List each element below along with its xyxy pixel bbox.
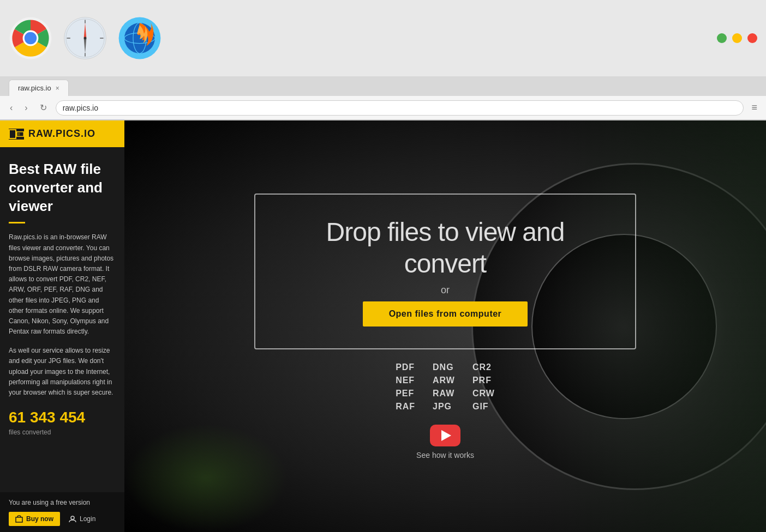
yellow-divider: [9, 222, 25, 223]
format-prf: PRF: [472, 376, 495, 385]
svg-point-21: [71, 516, 74, 519]
logo-text: RAW.PICS.IO: [28, 128, 95, 140]
drop-or: or: [288, 285, 602, 296]
safari-icon: [63, 16, 107, 60]
hero-section[interactable]: Drop files to view and convert or Open f…: [124, 120, 766, 532]
see-how-label: See how it works: [416, 451, 474, 460]
nav-refresh-button[interactable]: ↻: [37, 101, 50, 114]
youtube-button[interactable]: [430, 425, 460, 446]
formats-grid: PDF DNG CR2 NEF ARW PRF PEF RAW CRW RAF …: [396, 362, 495, 412]
sidebar-logo: RAW.PICS.IO: [0, 120, 124, 147]
browser-logos: [9, 16, 161, 60]
format-arw: ARW: [433, 376, 455, 385]
footer-buttons: Buy now Login: [9, 512, 116, 526]
sidebar: RAW.PICS.IO Best RAW file converter and …: [0, 120, 124, 532]
format-raf: RAF: [396, 402, 415, 412]
hero-center: Drop files to view and convert or Open f…: [254, 194, 636, 460]
sidebar-content: Best RAW file converter and viewer Raw.p…: [0, 147, 124, 492]
chrome-icon: [9, 16, 52, 60]
free-version-text: You are using a free version: [9, 499, 116, 506]
tab-label: raw.pics.io: [18, 84, 51, 92]
login-button[interactable]: Login: [69, 515, 95, 523]
format-pdf: PDF: [396, 362, 415, 372]
tab-close-btn[interactable]: ×: [56, 84, 59, 92]
format-nef: NEF: [396, 376, 415, 385]
svg-rect-19: [18, 132, 20, 135]
main-content: RAW.PICS.IO Best RAW file converter and …: [0, 120, 766, 532]
youtube-play-icon: [441, 430, 451, 441]
firefox-icon: [118, 16, 161, 60]
svg-point-12: [84, 37, 87, 40]
browser-top-bar: [0, 0, 766, 76]
traffic-lights: [717, 33, 757, 43]
traffic-light-green[interactable]: [717, 33, 727, 43]
browser-chrome: raw.pics.io × ‹ › ↻ ≡: [0, 0, 766, 120]
traffic-light-yellow[interactable]: [732, 33, 742, 43]
drop-zone[interactable]: Drop files to view and convert or Open f…: [254, 194, 636, 349]
format-dng: DNG: [433, 362, 455, 372]
drop-title: Drop files to view and convert: [288, 216, 602, 279]
files-label: files converted: [9, 428, 116, 436]
format-crw: CRW: [472, 389, 495, 398]
nav-forward-button[interactable]: ›: [21, 102, 31, 114]
traffic-light-red[interactable]: [747, 33, 757, 43]
tab-bar: raw.pics.io ×: [0, 76, 766, 96]
files-count: 61 343 454: [9, 409, 116, 426]
sidebar-description-2: As well our service allows to resize and…: [9, 346, 116, 398]
hero-title: Best RAW file converter and viewer: [9, 160, 116, 215]
format-pef: PEF: [396, 389, 415, 398]
sidebar-footer: You are using a free version Buy now Log…: [0, 492, 124, 532]
browser-tab[interactable]: raw.pics.io ×: [9, 80, 69, 96]
logo-icon: [9, 129, 24, 140]
open-files-button[interactable]: Open files from computer: [363, 301, 528, 327]
nav-back-button[interactable]: ‹: [7, 102, 16, 114]
address-input[interactable]: [56, 100, 744, 116]
browser-menu-icon[interactable]: ≡: [749, 100, 759, 116]
buy-now-button[interactable]: Buy now: [9, 512, 60, 526]
svg-rect-20: [16, 517, 22, 522]
cart-icon: [15, 515, 23, 523]
format-gif: GIF: [472, 402, 495, 412]
youtube-area: See how it works: [416, 425, 474, 460]
svg-point-3: [25, 32, 37, 44]
sidebar-description-1: Raw.pics.io is an in-browser RAW files v…: [9, 232, 116, 337]
format-cr2: CR2: [472, 362, 495, 372]
user-icon: [69, 515, 76, 523]
address-bar-row: ‹ › ↻ ≡: [0, 96, 766, 120]
format-jpg: JPG: [433, 402, 455, 412]
format-raw: RAW: [433, 389, 455, 398]
